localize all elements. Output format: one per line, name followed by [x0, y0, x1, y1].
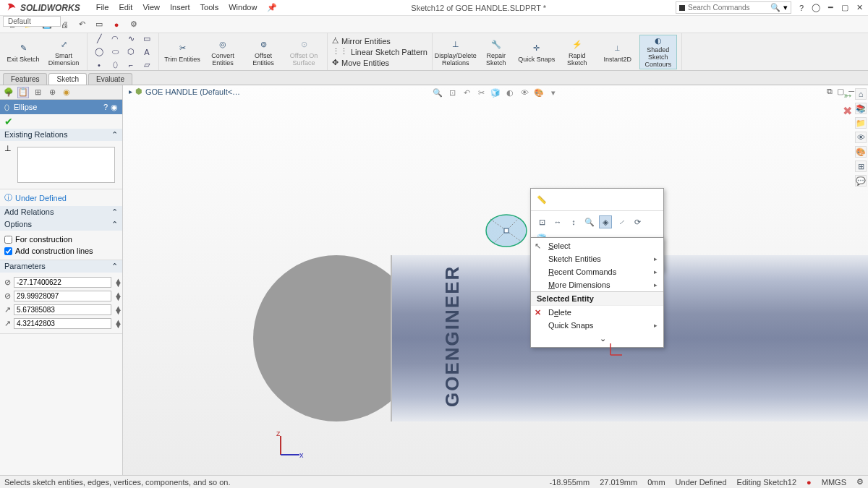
maximize-button[interactable]: ▢ [841, 4, 849, 12]
ctx-construction-icon[interactable]: ⟋ [615, 215, 628, 228]
menu-pin-icon[interactable]: 📌 [263, 1, 281, 14]
help-icon[interactable]: ? [797, 4, 806, 12]
tp-library-icon[interactable]: 📚 [855, 103, 867, 114]
ctx-select[interactable]: ↖Select [531, 239, 663, 252]
tab-sketch[interactable]: Sketch [48, 73, 87, 85]
select-icon[interactable]: ▭ [91, 17, 107, 32]
scene-icon[interactable]: ▾ [548, 87, 559, 98]
relations-list[interactable] [17, 147, 115, 183]
ctx-more-dimensions[interactable]: More Dimensions▸ [531, 278, 663, 291]
ctx-sketch-entities[interactable]: Sketch Entities▸ [531, 252, 663, 265]
spline-icon[interactable]: ∿ [124, 33, 138, 45]
trim-entities-button[interactable]: ✂Trim Entities [163, 35, 201, 69]
ctx-recent-commands[interactable]: Recent Commands▸ [531, 265, 663, 278]
point-icon[interactable]: • [92, 59, 106, 71]
ctx-smart-icon[interactable]: ⟳ [631, 215, 644, 228]
arc-icon[interactable]: ◠ [108, 33, 122, 45]
ctx-expand[interactable]: ⌄ [531, 332, 663, 346]
graphics-viewport[interactable]: ▸ ⬢ GOE HANDLE (Default<… 🔍 ⊡ ↶ ✂ 🧊 ◐ 👁 … [123, 85, 868, 475]
plane-icon[interactable]: ▱ [140, 59, 154, 71]
pm-options-header[interactable]: Options⌃ [0, 218, 122, 231]
user-icon[interactable]: ◯ [812, 4, 820, 12]
doc-link-icon[interactable]: ⧉ [827, 87, 833, 96]
status-rebuild-icon[interactable]: ● [807, 478, 812, 487]
tab-evaluate[interactable]: Evaluate [88, 73, 132, 85]
ctx-delete[interactable]: ✕Delete [531, 306, 663, 319]
configuration-selector[interactable]: Default [3, 16, 61, 27]
pm-ok-button[interactable]: ✔ [0, 114, 122, 129]
mirror-entities-button[interactable]: ⧊Mirror Entities [332, 36, 427, 46]
ellipse-icon[interactable]: ⬯ [108, 59, 122, 71]
for-construction-checkbox[interactable]: For construction [4, 234, 118, 245]
section-icon[interactable]: ✂ [475, 87, 487, 98]
options-icon[interactable]: ⚙ [126, 17, 142, 32]
hide-show-icon[interactable]: 👁 [519, 87, 530, 98]
search-commands[interactable]: 🔍 ▾ [676, 1, 791, 14]
ctx-vert-icon[interactable]: ↕ [567, 215, 580, 228]
param-r1-input[interactable] [14, 304, 111, 315]
slot-icon[interactable]: ⬭ [108, 46, 122, 58]
menu-file[interactable]: File [92, 1, 114, 14]
rect-icon[interactable]: ▭ [140, 33, 154, 45]
rapid-sketch-button[interactable]: ⚡Rapid Sketch [558, 35, 596, 69]
ctx-fix-icon[interactable]: ⊡ [535, 215, 548, 228]
pm-help-icon[interactable]: ? [103, 103, 108, 112]
repair-sketch-button[interactable]: 🔧Repair Sketch [477, 35, 515, 69]
appearance-icon[interactable]: 🎨 [533, 87, 545, 98]
offset-entities-button[interactable]: ⊚Offset Entities [244, 35, 282, 69]
param-x-input[interactable] [14, 277, 111, 288]
rebuild-icon[interactable]: ● [109, 17, 124, 32]
ctx-quick-snaps[interactable]: Quick Snaps▸ [531, 319, 663, 332]
add-construction-lines-checkbox[interactable]: Add construction lines [4, 245, 118, 257]
param-y-input[interactable] [14, 291, 111, 301]
tp-custom-icon[interactable]: ⊞ [855, 160, 867, 172]
confirm-sketch-icon[interactable]: ➳ [843, 90, 852, 101]
pm-add-relations-header[interactable]: Add Relations⌃ [0, 206, 122, 218]
prev-view-icon[interactable]: ↶ [461, 87, 472, 98]
menu-window[interactable]: Window [224, 1, 261, 14]
search-dropdown-icon[interactable]: ▾ [783, 3, 788, 12]
circle-icon[interactable]: ◯ [92, 46, 106, 58]
minimize-button[interactable]: ━ [826, 4, 835, 12]
fillet-icon[interactable]: ⌐ [124, 59, 138, 71]
close-button[interactable]: ✕ [855, 4, 864, 12]
convert-entities-button[interactable]: ◎Convert Entities [204, 35, 242, 69]
status-gear-icon[interactable]: ⚙ [856, 477, 864, 487]
tp-resources-icon[interactable]: ⌂ [855, 88, 867, 100]
ctx-zoom-icon[interactable]: 🔍 [583, 215, 596, 228]
tp-explorer-icon[interactable]: 📁 [855, 117, 867, 129]
pm-config-icon[interactable]: ⊞ [32, 87, 43, 98]
undo-icon[interactable]: ↶ [74, 17, 90, 32]
ctx-horiz-icon[interactable]: ↔ [551, 215, 564, 228]
tp-view-icon[interactable]: 👁 [855, 132, 867, 143]
pm-dim-icon[interactable]: ⊕ [46, 87, 58, 98]
tp-appear-icon[interactable]: 🎨 [855, 146, 867, 158]
close-sketch-icon[interactable]: ✖ [843, 104, 852, 118]
shaded-contours-button[interactable]: ◐Shaded Sketch Contours [639, 35, 677, 69]
tab-features[interactable]: Features [3, 73, 47, 85]
tp-forum-icon[interactable]: 💬 [855, 175, 867, 187]
pm-tree-icon[interactable]: 🌳 [3, 87, 14, 98]
param-r2-input[interactable] [14, 318, 111, 329]
search-input[interactable] [688, 4, 767, 12]
instant2d-button[interactable]: ⟂Instant2D [599, 35, 637, 69]
search-icon[interactable]: 🔍 [770, 3, 780, 12]
ctx-normal-icon[interactable]: ◈ [599, 215, 612, 228]
menu-insert[interactable]: Insert [166, 1, 195, 14]
menu-edit[interactable]: Edit [114, 1, 137, 14]
display-relations-button[interactable]: ⊥Display/Delete Relations [437, 35, 475, 69]
polygon-icon[interactable]: ⬡ [124, 46, 138, 58]
pm-props-icon[interactable]: 📋 [17, 87, 29, 98]
ctx-dim-icon[interactable]: 📏 [535, 193, 548, 206]
zoom-fit-icon[interactable]: 🔍 [432, 87, 443, 98]
zoom-area-icon[interactable]: ⊡ [446, 87, 458, 98]
ellipse-sketch-entity[interactable] [485, 212, 528, 249]
line-icon[interactable]: ╱ [92, 33, 106, 45]
pm-existing-relations-header[interactable]: Existing Relations⌃ [0, 129, 122, 141]
view-orient-icon[interactable]: 🧊 [490, 87, 501, 98]
menu-view[interactable]: View [138, 1, 164, 14]
pm-parameters-header[interactable]: Parameters⌃ [0, 260, 122, 273]
pm-pin-icon[interactable]: ◉ [111, 103, 118, 112]
quick-snaps-button[interactable]: ✛Quick Snaps [518, 35, 556, 69]
exit-sketch-button[interactable]: ✎Exit Sketch [4, 35, 42, 69]
